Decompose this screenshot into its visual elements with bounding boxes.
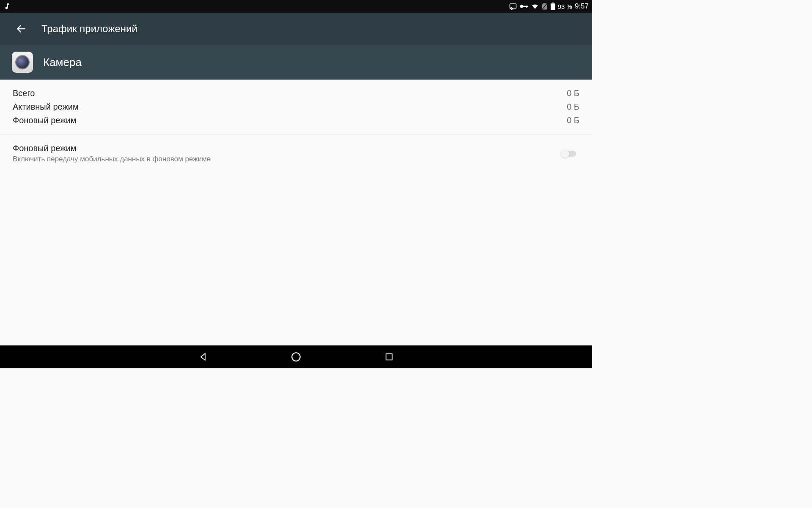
camera-app-icon: [12, 52, 33, 73]
page-title: Трафик приложений: [41, 23, 137, 35]
arrow-left-icon: [16, 23, 27, 34]
camera-lens-icon: [16, 56, 29, 69]
clock: 9:57: [575, 2, 589, 11]
status-bar: 93 % 9:57: [0, 0, 592, 13]
navigation-bar: [0, 345, 592, 368]
svg-rect-7: [551, 4, 555, 4]
background-data-setting[interactable]: Фоновый режим Включить передачу мобильны…: [0, 135, 592, 173]
stat-value: 0 Б: [567, 100, 579, 113]
nav-home-icon: [291, 351, 302, 362]
svg-point-1: [520, 5, 523, 8]
vpn-key-icon: [519, 3, 529, 9]
svg-rect-5: [551, 3, 555, 10]
stat-total: Всего 0 Б: [13, 86, 579, 100]
app-bar: Трафик приложений: [0, 13, 592, 45]
back-button[interactable]: [13, 20, 30, 37]
data-usage-stats: Всего 0 Б Активный режим 0 Б Фоновый реж…: [0, 80, 592, 135]
cast-icon: [509, 3, 517, 10]
battery-icon: [551, 3, 555, 10]
no-sim-icon: [541, 3, 548, 10]
nav-recent-icon: [384, 352, 394, 362]
stat-label: Всего: [13, 86, 35, 100]
svg-rect-3: [526, 6, 527, 8]
stat-value: 0 Б: [567, 113, 579, 127]
nav-back-icon: [198, 352, 208, 362]
battery-percentage: 93 %: [558, 3, 572, 10]
svg-point-9: [292, 353, 300, 361]
nav-recent-button[interactable]: [381, 348, 398, 365]
background-data-toggle[interactable]: [561, 149, 579, 159]
svg-rect-0: [510, 4, 516, 8]
setting-subtitle: Включить передачу мобильных данных в фон…: [13, 155, 211, 163]
app-header: Камера: [0, 45, 592, 80]
svg-rect-10: [386, 354, 392, 360]
nav-home-button[interactable]: [288, 348, 304, 365]
svg-rect-6: [552, 3, 554, 4]
setting-title: Фоновый режим: [13, 144, 211, 153]
toggle-thumb: [561, 149, 569, 158]
stat-background: Фоновый режим 0 Б: [13, 113, 579, 127]
empty-area: [0, 173, 592, 345]
stat-value: 0 Б: [567, 86, 579, 100]
app-name: Камера: [43, 56, 82, 69]
wifi-icon: [531, 3, 539, 10]
stat-foreground: Активный режим 0 Б: [13, 100, 579, 113]
stat-label: Фоновый режим: [13, 113, 77, 127]
music-note-icon: [3, 3, 11, 10]
nav-back-button[interactable]: [195, 348, 211, 365]
stat-label: Активный режим: [13, 100, 79, 113]
